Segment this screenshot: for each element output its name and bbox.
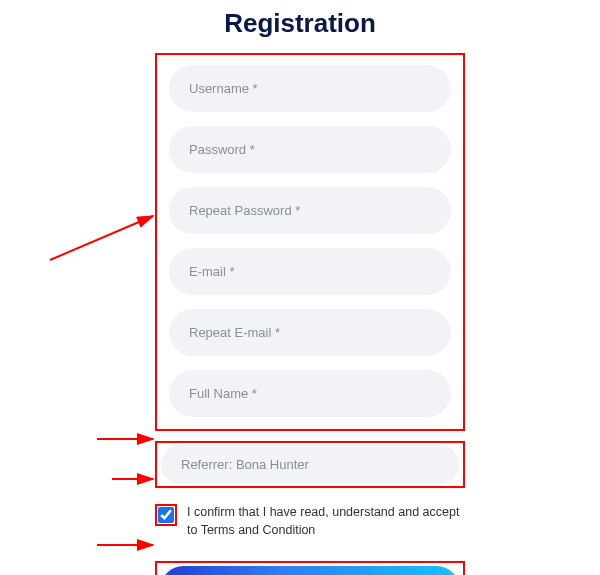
password-field[interactable] [169,126,451,173]
email-field[interactable] [169,248,451,295]
register-button-highlight: Register [155,561,465,575]
register-button[interactable]: Register [161,566,459,575]
terms-label: I confirm that I have read, understand a… [187,504,465,539]
full-name-field[interactable] [169,370,451,417]
page-title: Registration [0,8,600,39]
terms-checkbox[interactable] [158,507,174,523]
referrer-highlight [155,441,465,488]
referrer-field[interactable] [161,445,459,484]
terms-row: I confirm that I have read, understand a… [155,504,465,539]
fields-group-highlight [155,53,465,431]
registration-container: Registration I confirm that I have read,… [0,0,600,575]
repeat-email-field[interactable] [169,309,451,356]
username-field[interactable] [169,65,451,112]
repeat-password-field[interactable] [169,187,451,234]
checkbox-highlight [155,504,177,526]
